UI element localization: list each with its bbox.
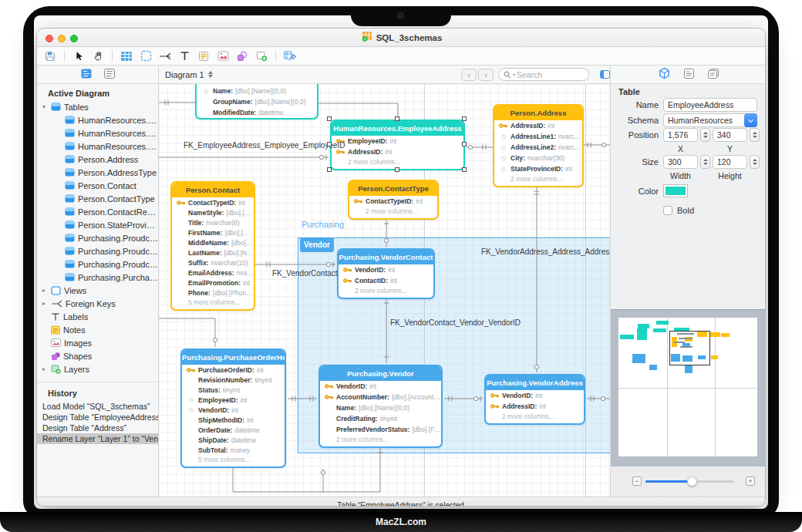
history-item[interactable]: Design Table “EmployeeAddress” xyxy=(37,412,158,423)
fk-relationship-label[interactable]: FK_VendorAddress_Address_AddressID xyxy=(481,247,610,256)
history-item[interactable]: Design Table “Address” xyxy=(37,423,158,433)
tab-list-view-icon[interactable] xyxy=(104,68,115,82)
entity-column[interactable]: ◇Name:[dbo].[Name](0,0) xyxy=(197,86,317,96)
fk-relationship-label[interactable]: FK_VendorContact_Vendor_VendorID xyxy=(390,318,521,327)
sidebar-item-table[interactable]: HumanResources.Emplo... xyxy=(37,140,158,153)
more-columns-label[interactable]: 2 more columns... xyxy=(494,174,582,186)
layer-tab[interactable]: Vendor xyxy=(300,237,334,252)
entity-table-header[interactable]: Person.ContactType xyxy=(349,181,437,196)
entity-column[interactable]: PreferredVendorStatus:[dbo].[Flag](0,0) xyxy=(320,424,441,435)
entity-table[interactable]: Purchasing.VendorVendorID:intAccountNumb… xyxy=(318,365,443,448)
save-icon[interactable] xyxy=(43,49,57,63)
disclosure-icon[interactable]: ▸ xyxy=(40,287,48,294)
entity-column[interactable]: AddressID:int xyxy=(494,120,582,131)
entity-column[interactable]: EmployeeID:int xyxy=(332,136,463,146)
entity-column[interactable]: ◇EmployeeID:int xyxy=(182,395,285,405)
selection-handle[interactable] xyxy=(462,116,467,121)
schema-dropdown-button[interactable] xyxy=(744,113,757,127)
fk-relationship-label[interactable]: FK_EmployeeAddress_Employee_EmployeeID xyxy=(184,141,345,150)
entity-table-header[interactable]: Purchasing.VendorContact xyxy=(339,250,433,264)
history-item[interactable]: Rename Layer “Layer 1” to “Vendor” xyxy=(37,433,158,444)
image-tool-icon[interactable] xyxy=(216,49,230,63)
marquee-select-icon[interactable] xyxy=(139,49,153,63)
entity-table[interactable]: Person.ContactTypeContactTypeID:int2 mor… xyxy=(348,180,439,220)
entity-column[interactable]: RevisionNumber:tinyint xyxy=(182,375,285,385)
entity-column[interactable]: PurchaseOrderID:int xyxy=(182,365,285,375)
selection-handle[interactable] xyxy=(327,142,332,146)
fk-relationship-label[interactable]: FK_VendorContact xyxy=(272,269,338,278)
generate-sql-icon[interactable] xyxy=(283,49,297,63)
entity-table-header[interactable]: Purchasing.VendorAddress xyxy=(486,375,584,390)
sidebar-item-table[interactable]: Person.ContactType xyxy=(37,192,158,205)
sidebar-item-shapes[interactable]: Shapes xyxy=(37,349,158,362)
more-columns-label[interactable]: 2 more columns... xyxy=(320,435,441,446)
entity-table[interactable]: Person.ContactContactTypeID:intNameStyle… xyxy=(170,181,255,311)
size-height-stepper[interactable] xyxy=(750,155,760,169)
nav-back-button[interactable]: ‹ xyxy=(461,69,477,81)
entity-column[interactable]: SubTotal:money xyxy=(182,445,285,455)
hand-tool-icon[interactable] xyxy=(91,49,105,63)
disclosure-icon[interactable]: ▾ xyxy=(40,103,48,110)
cursor-tool-icon[interactable] xyxy=(72,49,86,63)
sidebar-item-table[interactable]: Purchasing.ProudctVen... xyxy=(37,231,158,244)
search-field[interactable]: ▾ xyxy=(498,68,589,81)
sidebar-item-labels[interactable]: Labels xyxy=(37,310,158,323)
entity-column[interactable]: VendorID:int xyxy=(339,264,433,275)
selection-handle[interactable] xyxy=(462,142,467,146)
entity-column[interactable]: FirstName:[dbo].[Name](0... xyxy=(172,227,254,237)
entity-column[interactable]: ShipMethodID:int xyxy=(182,415,285,425)
minimap[interactable] xyxy=(611,309,766,466)
entity-table[interactable]: Purchasing.PurchaseOrderHeaderPurchaseOr… xyxy=(180,348,286,468)
entity-table[interactable]: Purchasing.VendorContactVendorID:intCont… xyxy=(337,248,435,299)
sidebar-item-table[interactable]: Purchasing.ProudctVen... xyxy=(37,258,158,271)
selection-handle[interactable] xyxy=(327,116,332,121)
entity-column[interactable]: GroupName:[dbo].[Name](0,0) xyxy=(197,96,317,107)
entity-column[interactable]: Status:tinyint xyxy=(182,385,285,395)
schema-select[interactable]: HumanResources xyxy=(663,113,757,127)
size-width-stepper[interactable] xyxy=(700,155,710,169)
sidebar-item-table[interactable]: Person.StateProvince xyxy=(37,218,158,231)
sidebar-item-table[interactable]: Person.Address xyxy=(37,153,158,166)
nav-forward-button[interactable]: › xyxy=(478,69,494,81)
tab-layers-inspector-icon[interactable] xyxy=(708,68,719,82)
position-y-stepper[interactable] xyxy=(750,128,760,142)
tab-structure-view-icon[interactable] xyxy=(81,68,92,82)
sidebar-item-table[interactable]: Purchasing.ProudctVen... xyxy=(37,244,158,258)
entity-column[interactable]: ContactID:int xyxy=(339,275,433,286)
note-tool-icon[interactable] xyxy=(197,49,211,63)
entity-column[interactable]: ◇AddressLine2:nvarchar(... xyxy=(494,142,582,153)
entity-table-header[interactable]: Purchasing.PurchaseOrderHeader xyxy=(182,350,285,365)
entity-column[interactable]: AccountNumber:[dbo].[AccountNumber]... xyxy=(320,392,441,402)
size-height-input[interactable] xyxy=(713,155,747,169)
sidebar-item-table[interactable]: Person.ContactRegion xyxy=(37,205,158,218)
disclosure-icon[interactable]: ▸ xyxy=(40,300,48,307)
entity-column[interactable]: Name:[dbo].[Name](0,0) xyxy=(320,402,441,413)
entity-table[interactable]: Purchasing.VendorAddressVendorID:intAddr… xyxy=(484,374,585,425)
zoom-in-button[interactable]: + xyxy=(746,476,755,486)
relation-tool-icon[interactable] xyxy=(158,49,172,63)
entity-column[interactable]: AddressID:int xyxy=(486,401,584,412)
sidebar-item-table[interactable]: Person.AddressType xyxy=(37,166,158,179)
position-x-input[interactable] xyxy=(663,128,698,142)
selection-handle[interactable] xyxy=(462,167,467,172)
zoom-slider-knob[interactable] xyxy=(687,476,697,487)
tab-object-inspector-icon[interactable] xyxy=(659,67,670,82)
zoom-out-button[interactable]: − xyxy=(632,476,642,486)
minimap-viewport[interactable] xyxy=(669,331,710,365)
entity-column[interactable]: NameStyle:[dbo].[NameSt... xyxy=(172,207,254,217)
position-y-input[interactable] xyxy=(713,128,747,142)
entity-column[interactable]: ShipDate:datetime xyxy=(182,435,285,445)
toggle-left-panel-icon[interactable] xyxy=(600,70,610,79)
label-tool-icon[interactable] xyxy=(177,49,191,63)
entity-column[interactable]: Title:nvarchar(8) xyxy=(172,217,254,227)
table-name-input[interactable] xyxy=(663,98,757,112)
entity-table-header[interactable]: Person.Address xyxy=(494,106,582,120)
entity-column[interactable]: ModifiedDate:datetime xyxy=(197,107,317,118)
sidebar-item-views[interactable]: ▸Views xyxy=(37,284,158,297)
entity-column[interactable]: Suffix:nvarchar(10) xyxy=(172,258,254,268)
entity-column[interactable]: EmailAddress:nvarchar(50) xyxy=(172,268,254,278)
entity-table-header[interactable]: Purchasing.Vendor xyxy=(320,366,441,381)
more-columns-label[interactable]: 2 more columns... xyxy=(339,286,433,298)
entity-column[interactable]: ◇VendorID:int xyxy=(182,405,285,415)
sidebar-item-images[interactable]: Images xyxy=(37,336,158,349)
